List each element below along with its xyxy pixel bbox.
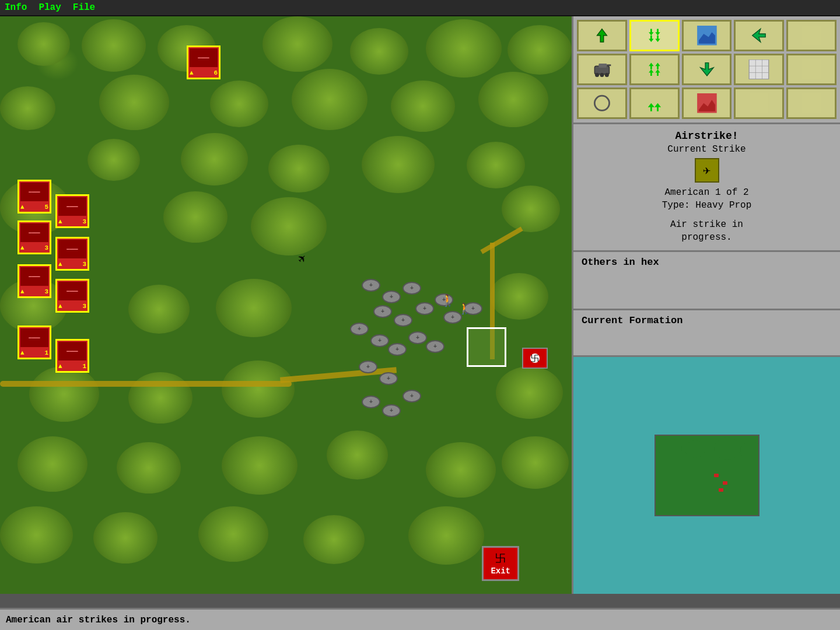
tree-cluster (496, 366, 563, 419)
enemy-tank (382, 290, 401, 303)
toolbar-icon-move-up[interactable] (577, 20, 627, 51)
unit-bottom: ▲ 3 (20, 288, 48, 295)
toolbar-icon-blue-terrain[interactable] (682, 20, 732, 51)
unit-icon (20, 183, 48, 201)
tree-cluster (93, 512, 158, 564)
enemy-infantry: 🚶 (458, 302, 471, 315)
unit-token-3[interactable]: ▲ 3 (55, 194, 89, 228)
toolbar-icon-down-arrows[interactable] (629, 54, 680, 85)
tree-cluster (128, 372, 192, 424)
unit-token-5[interactable]: ▲ 3 (55, 237, 89, 271)
unit-bottom: ▲ 5 (20, 204, 48, 211)
toolbar-icon-white-grid[interactable] (734, 54, 784, 85)
nazi-symbol: 卐 (492, 551, 509, 565)
tree-cluster (18, 436, 88, 492)
tree-cluster (478, 72, 548, 127)
svg-point-10 (605, 73, 609, 77)
current-strike-label: Current Strike (582, 144, 832, 155)
toolbar-icon-blank15[interactable] (786, 88, 836, 119)
unit-icon (20, 328, 48, 347)
airstrike-title: Airstrike! (582, 130, 832, 142)
menu-file[interactable]: File (73, 2, 95, 13)
unit-bottom: ▲ 3 (58, 261, 86, 268)
unit-icon (190, 48, 218, 67)
strike-type: Type: Heavy Prop (582, 199, 832, 212)
unit-token-8[interactable]: ▲ 1 (18, 326, 51, 359)
minimap-terrain (714, 438, 740, 460)
sidebar: Airstrike! Current Strike ✈ American 1 o… (572, 16, 840, 594)
map-area[interactable]: 🚶 🚶 卐 ✈ ▲ 6 (0, 16, 572, 594)
tree-cluster (251, 197, 327, 256)
toolbar-icon-blank10[interactable] (786, 54, 836, 85)
airstrike-panel: Airstrike! Current Strike ✈ American 1 o… (573, 124, 840, 252)
svg-point-17 (594, 96, 609, 110)
unit-tri: ▲ (58, 261, 62, 268)
toolbar-icon-up-arrows[interactable] (629, 20, 680, 51)
unit-bottom: ▲ 3 (58, 303, 86, 310)
exit-button[interactable]: 卐 Exit (482, 546, 519, 581)
icon-toolbar (573, 16, 840, 124)
tree-cluster (99, 75, 169, 130)
strike-name: American 1 of 2 (582, 186, 832, 199)
tree-cluster (222, 360, 295, 418)
minimap-panel (573, 357, 840, 594)
tree-cluster (198, 506, 268, 562)
strike-status: Air strike inprogress. (582, 218, 832, 244)
svg-rect-11 (749, 60, 769, 79)
toolbar-icon-blank14[interactable] (734, 88, 784, 119)
tree-cluster (29, 366, 99, 422)
unit-token-4[interactable]: ▲ 3 (18, 220, 51, 254)
enemy-tank (415, 302, 434, 315)
unit-token-1[interactable]: ▲ 6 (187, 46, 220, 79)
toolbar-icon-green-arrow-down[interactable] (682, 54, 732, 85)
toolbar-icon-green-arrow[interactable] (734, 20, 784, 51)
unit-strength: 1 (44, 349, 48, 356)
menu-info[interactable]: Info (5, 2, 27, 13)
tree-cluster (117, 442, 181, 494)
unit-strength: 3 (44, 288, 48, 295)
strike-icon: ✈ (695, 158, 719, 183)
unit-bottom: ▲ 3 (58, 218, 86, 225)
toolbar-icon-circle[interactable] (577, 88, 627, 119)
toolbar-icon-down-arrows2[interactable] (629, 88, 680, 119)
enemy-tank (382, 404, 401, 417)
minimap-terrain (659, 439, 682, 459)
nazi-flag: 卐 (522, 348, 548, 369)
svg-rect-6 (598, 64, 607, 68)
tree-cluster (426, 19, 502, 78)
svg-rect-19 (749, 93, 769, 113)
unit-strength: 3 (44, 244, 48, 251)
minimap-dot (714, 474, 719, 477)
unit-strength: 1 (82, 363, 86, 370)
svg-rect-20 (802, 93, 821, 113)
others-in-hex-panel: Others in hex (573, 252, 840, 310)
exit-label: Exit (491, 566, 510, 576)
enemy-tank (394, 314, 412, 327)
svg-rect-16 (802, 60, 821, 79)
current-formation-panel: Current Formation (573, 310, 840, 357)
unit-icon (58, 240, 86, 258)
svg-rect-4 (802, 26, 821, 46)
toolbar-icon-blank5[interactable] (786, 20, 836, 51)
unit-icon (58, 197, 86, 216)
unit-icon (58, 342, 86, 360)
toolbar-icon-tank[interactable] (577, 54, 627, 85)
current-formation-title: Current Formation (582, 315, 832, 326)
toolbar-icon-red-terrain[interactable] (682, 88, 732, 119)
unit-token-7[interactable]: ▲ 3 (55, 279, 89, 313)
enemy-tank (388, 343, 407, 356)
menubar: Info Play File (0, 0, 840, 16)
unit-strength: 3 (82, 261, 86, 268)
aircraft-icon: ✈ (703, 163, 710, 178)
tree-cluster (426, 442, 496, 498)
unit-token-2[interactable]: ▲ 5 (18, 180, 51, 214)
unit-token-6[interactable]: ▲ 3 (18, 264, 51, 298)
unit-bottom: ▲ 3 (20, 244, 48, 251)
enemy-tank (370, 334, 389, 347)
unit-tri: ▲ (190, 69, 194, 76)
minimap-dot (723, 481, 727, 485)
unit-tri: ▲ (20, 244, 24, 251)
unit-token-9[interactable]: ▲ 1 (55, 339, 89, 373)
menu-play[interactable]: Play (38, 2, 61, 13)
tree-cluster (508, 25, 572, 75)
